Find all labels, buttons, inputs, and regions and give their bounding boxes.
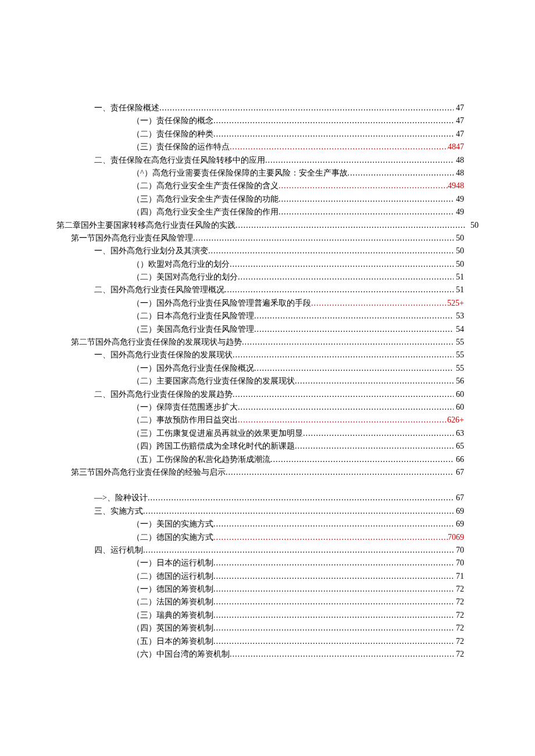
toc-entry: 二、国外高危行业责任保险的发展趋势60 (71, 388, 464, 401)
toc-entry-page: 56 (454, 375, 464, 388)
toc-entry-page: 55 (454, 336, 464, 349)
toc-entry-label: （一）国外高危行业责任保险概况 (132, 362, 254, 375)
toc-entry-label: （五）日本的筹资机制 (132, 635, 213, 648)
toc-entry: （三）责任保险的运作特点4847 (71, 141, 464, 153)
toc-leader-dots (230, 141, 448, 153)
toc-entry-label: （二）德国的实施方式 (132, 531, 213, 544)
toc-leader-dots (265, 154, 454, 167)
toc-leader-dots (213, 128, 454, 141)
toc-entry-label: 二、国外高危行业责任保险的发展趋势 (94, 388, 233, 401)
toc-leader-dots (295, 375, 454, 388)
toc-entry-label: 一、国外高危行业划分及其演变 (94, 245, 208, 257)
toc-entry-page: 69 (454, 505, 464, 518)
toc-entry-page: 72 (454, 596, 464, 608)
toc-entry: （二）德国的运行机制71 (71, 570, 464, 583)
toc-entry: （二）德国的实施方式7069 (71, 531, 464, 544)
toc-entry-label: （五）工伤保险的私营化趋势渐成潮流 (132, 453, 270, 466)
toc-leader-dots (213, 583, 454, 596)
toc-entry-label: 四、运行机制 (94, 544, 143, 557)
toc-leader-dots (213, 609, 454, 622)
toc-entry-label: （二）美国对高危行业的划分 (132, 271, 238, 284)
toc-entry-label: （）欧盟对高危行业的划分 (132, 258, 230, 271)
toc-entry: （一）责任保险的概念47 (71, 114, 464, 127)
toc-entry-label: （一）国外高危行业责任风险管理普遍釆取的手段 (132, 297, 311, 310)
toc-entry-label: （一）日本的运行机制 (132, 557, 213, 569)
toc-leader-dots (279, 193, 454, 206)
toc-entry-label: 一、责任保险概述 (94, 102, 159, 114)
toc-entry: （二）日本高危行业责任风险管理53 (71, 310, 464, 323)
toc-leader-dots (311, 297, 447, 310)
toc-entry: 三、实施方式69 (71, 505, 464, 518)
toc-entry-page: 50 (465, 219, 479, 232)
toc-entry-page: 51 (454, 284, 464, 296)
toc-entry-page: 72 (454, 648, 464, 661)
toc-leader-dots (213, 114, 454, 127)
toc-entry-page: 60 (454, 388, 464, 401)
toc-entry: 第二节国外高危行业责任保险的发展现状与趋势55 (71, 336, 464, 349)
toc-entry: （一）德国的筹资机制72 (71, 583, 464, 596)
toc-entry: （三）瑞典的筹资机制72 (71, 609, 464, 622)
toc-leader-dots (279, 206, 454, 218)
toc-entry-label: （一）德国的筹资机制 (132, 583, 213, 596)
toc-entry-page: 60 (454, 401, 464, 414)
toc-entry: （五）日本的筹资机制72 (71, 635, 464, 648)
toc-entry: （三）高危行业安全生产责任保险的功能49 (71, 193, 464, 206)
toc-entry-page: 54 (454, 323, 464, 336)
toc-leader-dots (224, 284, 454, 296)
toc-entry-label: （二）法国的筹资机制 (132, 596, 213, 608)
toc-entry-label: 第一节国外高危行业责任风险管理 (71, 232, 193, 245)
toc-leader-dots (148, 492, 454, 504)
toc-leader-dots (213, 622, 454, 635)
toc-entry: 一、责任保险概述47 (71, 102, 464, 114)
toc-entry: 第三节国外高危行业责任保险的经验与启示67 (71, 466, 464, 479)
toc-entry-page: 55 (454, 349, 464, 361)
toc-leader-dots (143, 544, 454, 557)
toc-entry: （三）美国高危行业责任风险管理54 (71, 323, 464, 336)
toc-entry: 第二章国外主要国家转移高危行业责任风险的实践50 (56, 219, 479, 232)
toc-entry: （一）保障责任范围逐步扩大60 (71, 401, 464, 414)
toc-entry: 二、国外高危行业责任风险管理概况51 (71, 284, 464, 296)
toc-leader-dots (236, 219, 465, 232)
toc-entry: （二）主要国家高危行业责任保险的发展现状56 (71, 375, 464, 388)
toc-leader-dots (213, 557, 454, 569)
toc-leader-dots (279, 180, 448, 192)
toc-entry: （三）工伤康复促进雇员再就业的效果更加明显63 (71, 427, 464, 440)
toc-entry: （四）跨国工伤赔偿成为全球化时代的新课题65 (71, 440, 464, 453)
toc-entry: （一）日本的运行机制70 (71, 557, 464, 569)
toc-entry-label: 第二节国外高危行业责任保险的发展现状与趋势 (71, 336, 242, 349)
toc-entry-page: 626+ (447, 414, 464, 427)
toc-entry-page: 49 (454, 206, 464, 218)
toc-entry-label: （一）责任保险的概念 (132, 114, 213, 127)
toc-leader-dots (213, 635, 454, 648)
toc-entry-page: 7069 (448, 531, 464, 544)
toc-entry-label: （二）责任保险的种类 (132, 128, 213, 141)
toc-entry-page: 63 (454, 427, 464, 440)
toc-entry: （一）国外高危行业责任保险概况55 (71, 362, 464, 375)
toc-entry-label: （四）英国的筹资机制 (132, 622, 213, 635)
toc-entry-page: 47 (454, 102, 464, 114)
toc-entry-page: 67 (454, 466, 464, 479)
toc-entry-page: 72 (454, 622, 464, 635)
toc-leader-dots (143, 505, 454, 518)
toc-leader-dots (238, 271, 454, 284)
toc-entry-page: 48 (454, 154, 464, 167)
toc-entry-label: 二、国外高危行业责任风险管理概况 (94, 284, 224, 296)
toc-entry: （六）中国台湾的筹资机制72 (71, 648, 464, 661)
toc-entry-label: （^）高危行业需要责任保险保障的主要风险：安全生产事故 (132, 167, 348, 180)
toc-entry-page: 50 (454, 258, 464, 271)
toc-entry-page: 48 (454, 167, 464, 180)
toc-leader-dots (193, 232, 454, 245)
toc-leader-dots (270, 453, 454, 466)
toc-entry-label: （三）责任保险的运作特点 (132, 141, 230, 153)
toc-entry-page: 72 (454, 609, 464, 622)
toc-entry: 二、责任保险在高危行业责任风险转移中的应用48 (71, 154, 464, 167)
toc-entry: （一）国外高危行业责任风险管理普遍釆取的手段525+ (71, 297, 464, 310)
toc-leader-dots (230, 648, 454, 661)
toc-leader-dots (233, 388, 454, 401)
toc-entry: 一、国外高危行业划分及其演变50 (71, 245, 464, 257)
toc-entry: （一）美国的实施方式69 (71, 518, 464, 531)
toc-leader-dots (213, 518, 454, 531)
toc-entry: （）欧盟对高危行业的划分50 (71, 258, 464, 271)
toc-entry-page: 55 (454, 362, 464, 375)
toc-entry: （二）责任保险的种类47 (71, 128, 464, 141)
